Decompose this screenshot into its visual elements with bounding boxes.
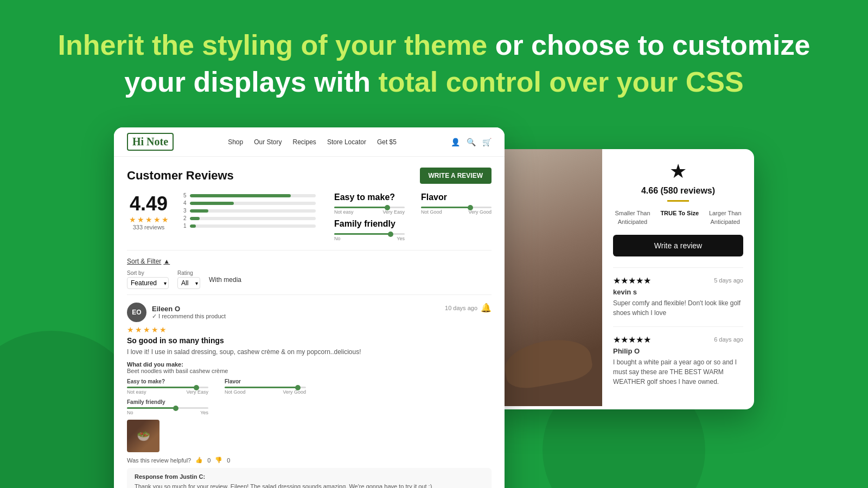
bar-row-4: 4	[183, 200, 316, 206]
reviews-panel: Customer Reviews WRITE A REVIEW 4.49 ★ ★…	[114, 157, 505, 488]
attr-easy-thumb	[385, 205, 390, 210]
right-review-stars-1: ★★★★★	[613, 275, 651, 286]
search-icon[interactable]: 🔍	[467, 138, 476, 146]
review-attributes: Easy to make? Not easy Very Easy Flavor	[127, 378, 492, 395]
attr-easy-slider: Not easy Very Easy	[334, 207, 405, 215]
attribute-ratings: Easy to make? Not easy Very Easy Fam	[334, 192, 492, 243]
sort-by-select-wrap: Featured	[127, 277, 169, 289]
bar-label-5: 5	[183, 192, 187, 198]
overall-stars: ★ ★ ★ ★ ★	[127, 215, 170, 224]
divider-line-2	[613, 326, 743, 327]
attr-easy-fill	[334, 207, 387, 208]
cart-icon[interactable]: 🛒	[482, 138, 492, 146]
notify-icon: 🔔	[481, 303, 492, 313]
nav-our-story[interactable]: Our Story	[254, 138, 282, 146]
rating-filter-group: Rating All	[177, 270, 200, 289]
write-review-button[interactable]: WRITE A REVIEW	[420, 168, 492, 184]
rev-attr-family-track	[127, 407, 208, 409]
bar-fill-2	[190, 217, 200, 220]
attr-easy-track	[334, 207, 405, 208]
product-photo	[494, 149, 602, 406]
bar-fill-3	[190, 209, 209, 213]
right-star-icon: ★	[613, 160, 743, 183]
left-screen: Hi Note Shop Our Story Recipes Store Loc…	[114, 127, 505, 488]
rev-attr-family-label: Family friendly	[127, 399, 492, 405]
hero-title-connector: or choose to customize	[487, 29, 810, 61]
store-nav-icons: 👤 🔍 🛒	[451, 138, 492, 146]
account-icon[interactable]: 👤	[451, 138, 460, 146]
rev-attr-easy-fill	[127, 387, 196, 388]
fit-larger-label: Larger ThanAnticipated	[709, 210, 742, 224]
right-reviewer-name-1: kevin s	[613, 288, 743, 296]
thumbs-up-icon[interactable]: 👍	[195, 457, 203, 464]
nav-recipes[interactable]: Recipes	[293, 138, 316, 146]
write-review-button-right[interactable]: Write a review	[613, 235, 743, 256]
review-date: 10 days ago	[445, 305, 477, 311]
rev-attr-easy: Easy to make? Not easy Very Easy	[127, 378, 208, 395]
rev-attr-easy-label: Easy to make?	[127, 378, 208, 384]
reviewer-info: EO Eileen O ✓ I recommend this product	[127, 303, 226, 322]
what-made-label: What did you make:	[127, 361, 492, 368]
review-image: 🥗	[127, 420, 159, 452]
attr-family-label: Family friendly	[334, 219, 405, 229]
review-date-notify: 10 days ago 🔔	[445, 303, 492, 313]
bar-label-2: 2	[183, 215, 187, 221]
rating-filter-select-wrap: All	[177, 277, 200, 289]
store-logo: Hi Note	[127, 133, 174, 151]
hero-title: Inherit the styling of your theme or cho…	[54, 27, 814, 100]
fit-smaller: Smaller ThanAnticipated	[615, 209, 650, 226]
sort-filter-bar: Sort & Filter ▲ Sort by Featured Rating	[127, 250, 492, 294]
bar-track-3	[190, 209, 316, 213]
rev-attr-flavor-label: Flavor	[225, 378, 306, 384]
star-4: ★	[154, 215, 161, 224]
attr-family-track	[334, 233, 405, 235]
bar-track-2	[190, 217, 316, 220]
response-from: Response from Justin C:	[135, 473, 484, 480]
fit-true: TRUE To Size	[660, 209, 699, 226]
sort-by-select[interactable]: Featured	[127, 277, 169, 289]
fit-larger: Larger ThanAnticipated	[709, 209, 742, 226]
reviews-header: Customer Reviews WRITE A REVIEW	[127, 168, 492, 184]
chevron-up-icon: ▲	[163, 258, 170, 265]
bar-row-2: 2	[183, 215, 316, 221]
response-box: Response from Justin C: Thank you so muc…	[127, 468, 492, 488]
right-review-item-1: ★★★★★ 5 days ago kevin s Super comfy and…	[613, 275, 743, 318]
thumbs-down-icon[interactable]: 👎	[215, 457, 222, 464]
media-filter[interactable]: With media	[209, 276, 241, 284]
review-count: 333 reviews	[127, 224, 170, 230]
attr-flavor-labels: Not Good Very Good	[421, 209, 492, 215]
rev-attr-flavor-fill	[225, 387, 298, 388]
rev-attr-family-labels: No Yes	[127, 410, 208, 415]
nav-shop[interactable]: Shop	[228, 138, 243, 146]
review-title: So good in so many things	[127, 336, 492, 345]
attr-group-easy: Easy to make? Not easy Very Easy Fam	[334, 192, 405, 243]
nav-store-locator[interactable]: Store Locator	[327, 138, 366, 146]
bar-row-5: 5	[183, 192, 316, 198]
helpful-row: Was this review helpful? 👍 0 👎 0	[127, 457, 492, 464]
food-image-placeholder: 🥗	[137, 429, 150, 442]
hero-section: Inherit the styling of your theme or cho…	[0, 0, 868, 117]
hero-title-highlight1: Inherit the styling of your theme	[58, 29, 488, 61]
right-review-text-2: I bought a white pair a year ago or so a…	[613, 357, 743, 387]
rating-filter-select[interactable]: All	[177, 277, 200, 289]
bar-fill-1	[190, 224, 196, 228]
fit-true-label: TRUE To Size	[660, 210, 699, 216]
bar-label-1: 1	[183, 223, 187, 229]
helpful-yes-count: 0	[207, 457, 210, 464]
screens-container: Hi Note Shop Our Story Recipes Store Loc…	[0, 117, 868, 488]
star-5: ★	[162, 215, 169, 224]
bar-label-3: 3	[183, 208, 187, 214]
rating-summary: 4.49 ★ ★ ★ ★ ★ 333 reviews 5	[127, 192, 492, 243]
attr-family-fill	[334, 233, 391, 235]
sort-filter-link[interactable]: Sort & Filter ▲	[127, 258, 170, 265]
right-screen-inner: ★ 4.66 (580 reviews) Smaller ThanAnticip…	[494, 149, 754, 406]
review-verified: ✓ I recommend this product	[152, 313, 226, 320]
bar-fill-5	[190, 194, 291, 197]
store-navbar: Hi Note Shop Our Story Recipes Store Loc…	[114, 127, 505, 157]
right-review-text-1: Super comfy and flexible! Don't look lik…	[613, 298, 743, 318]
review-top: EO Eileen O ✓ I recommend this product 1…	[127, 303, 492, 322]
nav-get-5[interactable]: Get $5	[377, 138, 397, 146]
right-review-date-1: 5 days ago	[714, 277, 743, 284]
rev-attr-flavor-labels: Not Good Very Good	[225, 389, 306, 395]
bar-track-4	[190, 202, 316, 205]
